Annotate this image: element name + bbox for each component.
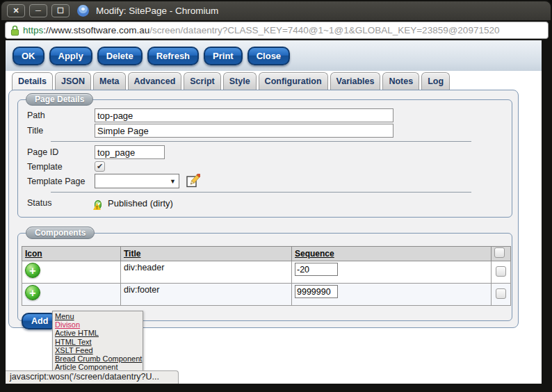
- tab-details[interactable]: Details: [12, 72, 53, 90]
- menu-item-bread-crumb[interactable]: Bread Crumb Component: [55, 354, 143, 363]
- select-all-checkbox[interactable]: [494, 247, 505, 258]
- sequence-input[interactable]: [295, 285, 338, 298]
- menu-item-active-html[interactable]: Active HTML: [55, 329, 143, 337]
- template-checkbox[interactable]: ✔: [95, 161, 105, 172]
- col-title[interactable]: Title: [121, 247, 292, 261]
- window-titlebar: ✕ ─ ☐ Modify: SitePage - Chromium: [1, 1, 551, 20]
- action-toolbar: OK Apply Delete Refresh Print Close: [6, 40, 542, 71]
- apply-button[interactable]: Apply: [49, 47, 92, 65]
- lock-icon: [10, 25, 19, 36]
- menu-item-divison[interactable]: Divison: [55, 320, 143, 329]
- tab-meta[interactable]: Meta: [93, 72, 125, 90]
- row-sequence-cell: [292, 284, 492, 306]
- divider: [51, 141, 471, 142]
- window-close-button[interactable]: ✕: [7, 4, 25, 17]
- tab-log[interactable]: Log: [421, 72, 450, 90]
- title-input[interactable]: [95, 124, 393, 138]
- close-button[interactable]: Close: [247, 47, 290, 65]
- row-title-cell: div:header: [121, 261, 292, 284]
- components-legend: Components: [26, 227, 95, 239]
- menu-item-html-text[interactable]: HTML Text: [55, 338, 143, 346]
- page-details-fieldset: Page Details Path Title Page ID Template: [17, 99, 512, 218]
- add-dropdown-menu: Menu Divison Active HTML HTML Text XSLT …: [52, 311, 143, 371]
- tab-json[interactable]: JSON: [55, 72, 91, 90]
- menu-item-xslt-feed[interactable]: XSLT Feed: [55, 346, 143, 354]
- col-icon[interactable]: Icon: [22, 247, 121, 261]
- row-checkbox[interactable]: [496, 288, 506, 299]
- table-row: + div:footer: [22, 284, 511, 306]
- chromium-icon: [77, 5, 89, 17]
- window-title: Modify: SitePage - Chromium: [96, 6, 218, 16]
- status-row: Status ✔ ! Published (dirty): [18, 196, 512, 210]
- ok-button[interactable]: OK: [13, 47, 44, 65]
- tab-script[interactable]: Script: [184, 72, 220, 90]
- menu-item-menu[interactable]: Menu: [55, 312, 143, 320]
- row-select-cell: [492, 261, 511, 284]
- path-label: Path: [27, 111, 95, 120]
- row-icon-cell: +: [22, 261, 121, 284]
- tab-configuration[interactable]: Configuration: [259, 72, 328, 90]
- refresh-button[interactable]: Refresh: [147, 47, 199, 65]
- window-minimize-button[interactable]: ─: [29, 4, 47, 17]
- title-row: Title: [18, 124, 512, 138]
- page-id-label: Page ID: [27, 147, 95, 157]
- add-component-icon[interactable]: +: [25, 285, 40, 300]
- tab-notes[interactable]: Notes: [382, 72, 419, 90]
- published-status-icon: ✔ !: [95, 197, 106, 209]
- url-scheme: https: [23, 25, 43, 35]
- delete-button[interactable]: Delete: [97, 47, 143, 65]
- select-arrow-icon: ▼: [170, 178, 176, 185]
- table-row: + div:header: [22, 261, 511, 284]
- link-status-tooltip: javascript:wosn('/screen/dataentry?U...: [6, 370, 179, 384]
- path-row: Path: [18, 108, 512, 122]
- divider: [51, 192, 471, 193]
- components-fieldset: Components Icon Title Sequence + div:hea…: [17, 233, 512, 321]
- title-label: Title: [27, 126, 95, 136]
- print-button[interactable]: Print: [204, 47, 243, 65]
- add-component-icon[interactable]: +: [25, 263, 40, 278]
- status-value: Published (dirty): [108, 198, 173, 209]
- page-id-row: Page ID: [18, 145, 512, 159]
- template-page-select[interactable]: ▼: [95, 174, 179, 188]
- tab-bar: Details JSON Meta Advanced Script Style …: [12, 72, 542, 90]
- address-bar[interactable]: https://www.stsoftware.com.au/screen/dat…: [5, 22, 549, 39]
- row-select-cell: [492, 284, 511, 306]
- row-title-cell: div:footer: [121, 284, 292, 306]
- template-page-label: Template Page: [27, 177, 95, 186]
- url-host: ://www.stsoftware.com.au: [43, 25, 149, 35]
- template-row: Template ✔: [18, 161, 512, 172]
- components-table: Icon Title Sequence + div:header + div:f…: [22, 246, 511, 306]
- details-panel: Page Details Path Title Page ID Template: [8, 90, 519, 328]
- path-input[interactable]: [95, 108, 393, 122]
- page-details-legend: Page Details: [26, 93, 93, 106]
- row-checkbox[interactable]: [496, 266, 506, 277]
- template-page-row: Template Page ▼: [18, 174, 512, 188]
- col-select: [492, 247, 511, 261]
- edit-template-icon[interactable]: [186, 174, 200, 188]
- browser-window: ✕ ─ ☐ Modify: SitePage - Chromium https:…: [0, 0, 552, 392]
- row-icon-cell: +: [22, 284, 121, 306]
- row-sequence-cell: [292, 261, 492, 284]
- sequence-input[interactable]: [295, 263, 338, 276]
- col-sequence[interactable]: Sequence: [292, 247, 492, 261]
- template-label: Template: [27, 162, 95, 172]
- url-path: /screen/dataentry?CLASS_KEY=7440@1~1@1&G…: [149, 25, 499, 35]
- tab-advanced[interactable]: Advanced: [128, 72, 182, 90]
- tab-variables[interactable]: Variables: [330, 72, 381, 90]
- url-text: https://www.stsoftware.com.au/screen/dat…: [23, 25, 499, 35]
- table-header-row: Icon Title Sequence: [22, 247, 511, 261]
- page-content: OK Apply Delete Refresh Print Close Deta…: [6, 40, 542, 384]
- window-maximize-button[interactable]: ☐: [51, 4, 70, 17]
- tab-style[interactable]: Style: [223, 72, 257, 90]
- status-label: Status: [27, 198, 95, 208]
- page-id-input[interactable]: [95, 145, 165, 159]
